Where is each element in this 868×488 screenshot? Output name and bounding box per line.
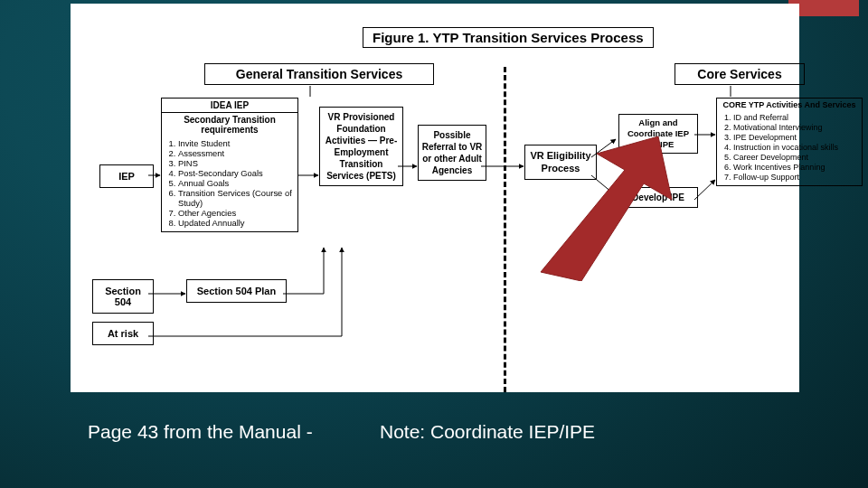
section-general-transition: General Transition Services xyxy=(204,63,434,85)
idea-list: Invite Student Assessment PINS Post-Seco… xyxy=(178,138,294,228)
stub-iep: IEP xyxy=(99,164,154,188)
box-align-coordinate: Align and Coordinate IEP and IPE xyxy=(618,114,698,154)
box-core-ytp: CORE YTP Activities And Services ID and … xyxy=(716,98,863,186)
box-develop-ipe: Develop IPE xyxy=(618,187,698,208)
list-item: Other Agencies xyxy=(178,208,294,218)
coreytp-header: CORE YTP Activities And Services xyxy=(717,99,862,111)
box-idea-iep: IDEA IEP Secondary Transition requiremen… xyxy=(161,98,298,232)
list-item: IPE Development xyxy=(733,133,858,142)
vertical-divider xyxy=(504,67,506,392)
list-item: Follow-up Support xyxy=(733,173,858,182)
stub-at-risk: At risk xyxy=(92,322,154,345)
box-possible-referral: Possible Referral to VR or other Adult A… xyxy=(418,125,486,181)
list-item: Career Development xyxy=(733,153,858,162)
box-vr-provisioned: VR Provisioned Foundation Activities — P… xyxy=(319,107,403,186)
idea-header: IDEA IEP xyxy=(162,99,297,113)
list-item: PINS xyxy=(178,158,294,168)
list-item: Assessment xyxy=(178,148,294,158)
list-item: Motivational Interviewing xyxy=(733,123,858,132)
section-core-services: Core Services xyxy=(675,63,805,85)
list-item: Invite Student xyxy=(178,138,294,148)
list-item: Work Incentives Planning xyxy=(733,163,858,172)
list-item: ID and Referral xyxy=(733,113,858,122)
list-item: Transition Services (Course of Study) xyxy=(178,188,294,208)
box-section-504-plan: Section 504 Plan xyxy=(186,279,287,303)
list-item: Instruction in vocational skills xyxy=(733,143,858,152)
figure-title: Figure 1. YTP Transition Services Proces… xyxy=(363,27,654,48)
diagram-card: Figure 1. YTP Transition Services Proces… xyxy=(71,4,799,392)
list-item: Updated Annually xyxy=(178,218,294,228)
list-item: Annual Goals xyxy=(178,178,294,188)
list-item: Post-Secondary Goals xyxy=(178,168,294,178)
stub-section-504: Section 504 xyxy=(92,279,154,314)
caption-page: Page 43 from the Manual - xyxy=(88,421,313,443)
coreytp-list: ID and Referral Motivational Interviewin… xyxy=(733,113,858,182)
caption-note: Note: Coordinate IEP/IPE xyxy=(380,421,595,443)
box-vr-eligibility: VR Eligibility Process xyxy=(524,145,597,180)
idea-subheader: Secondary Transition requirements xyxy=(162,113,297,136)
